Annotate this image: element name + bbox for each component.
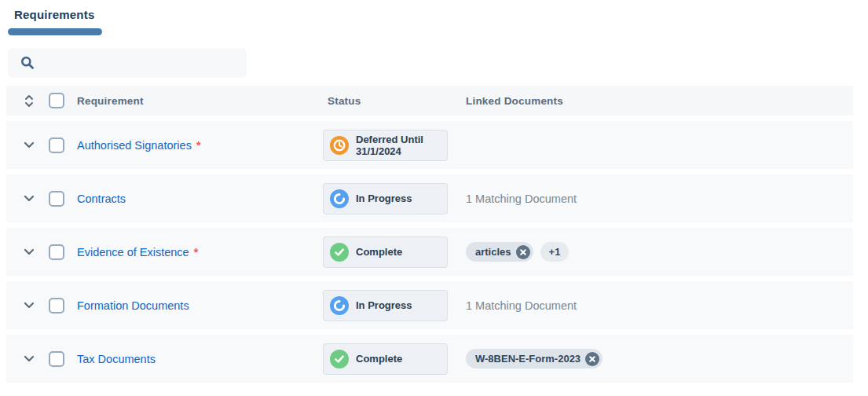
status-label: Complete — [356, 353, 402, 365]
table-row: Authorised Signatories * Deferred Until … — [6, 121, 853, 169]
chevron-down-icon[interactable] — [24, 195, 35, 202]
search-input[interactable] — [42, 57, 247, 69]
table-row: Formation Documents In Progress 1 Matchi… — [6, 281, 853, 329]
column-header-linked-documents: Linked Documents — [466, 95, 853, 107]
document-chip-label: W-8BEN-E-Form-2023 — [475, 353, 580, 365]
status-badge[interactable]: Complete — [323, 236, 448, 268]
chevron-down-icon[interactable] — [24, 141, 35, 148]
search-bar[interactable] — [8, 48, 247, 78]
requirement-link[interactable]: Evidence of Existence — [77, 246, 189, 258]
requirements-panel: Requirements Requirement Status Linked D… — [0, 0, 868, 396]
status-label: In Progress — [356, 192, 412, 204]
tab-active-indicator — [8, 28, 102, 35]
tab-label: Requirements — [14, 8, 94, 21]
chevron-down-icon[interactable] — [24, 355, 35, 362]
status-label-line1: Deferred Until — [356, 134, 423, 145]
table-header: Requirement Status Linked Documents — [6, 86, 853, 116]
status-badge[interactable]: In Progress — [323, 290, 448, 321]
requirement-link[interactable]: Formation Documents — [77, 299, 189, 312]
more-documents-chip[interactable]: +1 — [540, 242, 570, 262]
required-asterisk: * — [194, 246, 198, 258]
tabs-bar: Requirements — [0, 0, 868, 35]
requirement-link[interactable]: Tax Documents — [77, 353, 156, 365]
check-circle-icon — [330, 350, 349, 368]
row-checkbox[interactable] — [49, 351, 64, 367]
document-chip[interactable]: articles — [466, 242, 533, 262]
requirement-link[interactable]: Contracts — [77, 192, 126, 205]
check-circle-icon — [330, 243, 349, 262]
close-icon[interactable] — [585, 352, 599, 366]
matching-documents-text: 1 Matching Document — [466, 299, 577, 312]
column-header-status: Status — [323, 95, 448, 107]
table-row: Tax Documents Complete W-8BEN-E-Form-202… — [6, 335, 853, 383]
sort-icon[interactable] — [24, 94, 35, 108]
column-header-requirement: Requirement — [77, 95, 323, 107]
progress-spinner-icon — [330, 189, 349, 208]
required-asterisk: * — [196, 139, 200, 152]
table-row: Evidence of Existence * Complete article… — [6, 228, 853, 276]
progress-spinner-icon — [330, 296, 349, 315]
chevron-down-icon[interactable] — [24, 248, 35, 255]
table-row: Contracts In Progress 1 Matching Documen… — [6, 174, 853, 222]
search-icon — [20, 56, 35, 70]
status-badge[interactable]: Complete — [323, 343, 448, 375]
clock-icon — [330, 136, 349, 155]
document-chip-label: articles — [475, 246, 511, 258]
status-label-line2: 31/1/2024 — [356, 145, 423, 157]
row-checkbox[interactable] — [49, 244, 64, 260]
requirement-link[interactable]: Authorised Signatories — [77, 139, 192, 152]
matching-documents-text: 1 Matching Document — [466, 192, 577, 205]
more-documents-chip-label: +1 — [549, 246, 561, 258]
chevron-down-icon[interactable] — [24, 302, 35, 309]
row-checkbox[interactable] — [49, 298, 64, 314]
status-badge[interactable]: Deferred Until 31/1/2024 — [323, 130, 448, 161]
status-label: In Progress — [356, 299, 412, 311]
status-label: Complete — [356, 246, 402, 258]
close-icon[interactable] — [516, 245, 530, 259]
row-checkbox[interactable] — [49, 191, 64, 207]
select-all-checkbox[interactable] — [49, 93, 64, 108]
requirements-table: Requirement Status Linked Documents Auth… — [6, 86, 853, 383]
tab-requirements[interactable]: Requirements — [14, 8, 868, 35]
document-chip[interactable]: W-8BEN-E-Form-2023 — [466, 349, 602, 368]
status-badge[interactable]: In Progress — [323, 183, 448, 214]
row-checkbox[interactable] — [49, 138, 64, 153]
